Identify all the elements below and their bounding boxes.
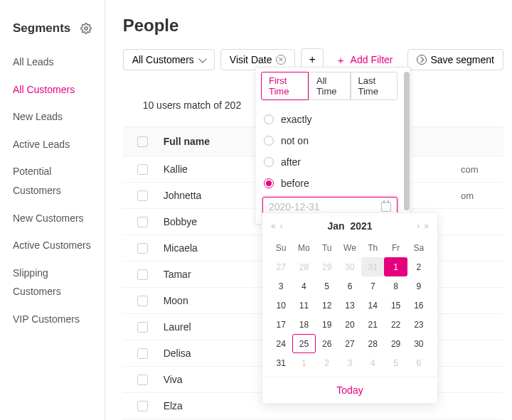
radio-icon <box>264 114 274 124</box>
calendar-day[interactable]: 30 <box>338 257 361 276</box>
calendar-day[interactable]: 8 <box>384 276 407 296</box>
sidebar-item-potential-customers[interactable]: Potential Customers <box>0 158 105 204</box>
row-checkbox[interactable] <box>137 375 148 385</box>
next-month-icon[interactable]: › <box>417 221 420 231</box>
calendar-day[interactable]: 3 <box>270 276 292 296</box>
sidebar-item-new-leads[interactable]: New Leads <box>0 103 105 131</box>
sidebar-item-slipping-customers[interactable]: Slipping Customers <box>0 259 105 306</box>
row-checkbox[interactable] <box>137 217 148 227</box>
date-placeholder: 2020-12-31 <box>269 201 320 212</box>
calendar-day[interactable]: 31 <box>361 257 384 276</box>
prev-month-icon[interactable]: ‹ <box>280 221 283 231</box>
cell-email-frag: om <box>461 190 503 201</box>
history-icon <box>417 55 427 65</box>
tab-last-time[interactable]: Last Time <box>351 72 398 100</box>
plus-icon: + <box>338 54 344 66</box>
calendar-title[interactable]: Jan 2021 <box>327 220 372 232</box>
calendar-day[interactable]: 15 <box>384 296 407 315</box>
dow-label: Fr <box>384 239 407 257</box>
calendar-day[interactable]: 26 <box>316 334 338 353</box>
row-checkbox[interactable] <box>137 243 148 254</box>
prev-year-icon[interactable]: « <box>271 221 276 231</box>
calendar-day[interactable]: 5 <box>384 353 407 372</box>
row-checkbox[interactable] <box>137 164 148 175</box>
calendar-day[interactable]: 10 <box>270 296 292 315</box>
row-checkbox[interactable] <box>137 190 148 201</box>
sidebar-item-new-customers[interactable]: New Customers <box>0 205 105 232</box>
gear-icon[interactable] <box>80 23 92 34</box>
option-label: after <box>281 156 301 168</box>
close-icon[interactable]: ✕ <box>276 55 286 65</box>
radio-icon <box>264 157 274 167</box>
scrollbar-thumb[interactable] <box>404 72 410 210</box>
calendar-day[interactable]: 29 <box>316 257 338 276</box>
calendar-day[interactable]: 25 <box>292 334 315 353</box>
add-filter-label: Add Filter <box>351 54 393 65</box>
calendar-day[interactable]: 4 <box>361 353 384 372</box>
cell-email-frag: com <box>461 164 503 175</box>
segment-chip[interactable]: All Customers <box>123 49 215 70</box>
tab-first-time[interactable]: First Time <box>261 72 309 100</box>
calendar-day[interactable]: 30 <box>407 334 430 353</box>
calendar-day[interactable]: 28 <box>361 334 384 353</box>
calendar-day[interactable]: 17 <box>270 315 292 334</box>
calendar-day[interactable]: 1 <box>292 353 315 372</box>
sidebar-item-all-customers[interactable]: All Customers <box>0 76 105 104</box>
row-checkbox[interactable] <box>137 348 148 359</box>
calendar-day[interactable]: 16 <box>407 296 430 315</box>
option-before[interactable]: before <box>264 173 402 194</box>
calendar-day[interactable]: 3 <box>338 353 361 372</box>
calendar-day[interactable]: 22 <box>384 315 407 334</box>
calendar-day[interactable]: 5 <box>316 276 338 296</box>
save-segment-label: Save segment <box>431 54 495 65</box>
calendar-day[interactable]: 28 <box>292 257 315 276</box>
svg-point-0 <box>85 27 87 30</box>
calendar-day[interactable]: 19 <box>316 315 338 334</box>
today-link[interactable]: Today <box>262 377 437 403</box>
calendar-day[interactable]: 1 <box>384 257 407 276</box>
calendar-day[interactable]: 2 <box>407 257 430 276</box>
calendar-day[interactable]: 6 <box>338 276 361 296</box>
calendar-day[interactable]: 2 <box>316 353 338 372</box>
dow-label: Tu <box>316 239 338 257</box>
row-checkbox[interactable] <box>137 322 148 333</box>
save-segment-button[interactable]: Save segment <box>407 49 504 70</box>
calendar-day[interactable]: 4 <box>292 276 315 296</box>
chevron-down-icon <box>198 55 206 63</box>
row-checkbox[interactable] <box>137 401 148 411</box>
calendar-day[interactable]: 14 <box>361 296 384 315</box>
option-not-on[interactable]: not on <box>264 130 402 151</box>
calendar-day[interactable]: 31 <box>270 353 292 372</box>
calendar-day[interactable]: 13 <box>338 296 361 315</box>
calendar-day[interactable]: 23 <box>407 315 430 334</box>
sidebar-item-all-leads[interactable]: All Leads <box>0 48 105 76</box>
calendar-day[interactable]: 11 <box>292 296 315 315</box>
row-checkbox[interactable] <box>137 269 148 280</box>
sidebar-item-active-customers[interactable]: Active Customers <box>0 232 105 259</box>
page-title: People <box>123 16 503 36</box>
comparator-options: exactlynot onafterbefore <box>261 109 405 194</box>
calendar-day[interactable]: 29 <box>384 334 407 353</box>
dow-label: We <box>338 239 361 257</box>
row-checkbox[interactable] <box>137 296 148 306</box>
calendar-day[interactable]: 6 <box>407 353 430 372</box>
sidebar-item-active-leads[interactable]: Active Leads <box>0 131 105 158</box>
option-exactly[interactable]: exactly <box>264 109 402 130</box>
calendar-day[interactable]: 18 <box>292 315 315 334</box>
tab-all-time[interactable]: All Time <box>309 72 350 100</box>
calendar-day[interactable]: 20 <box>338 315 361 334</box>
filter-popover: First TimeAll TimeLast Time exactlynot o… <box>255 67 411 225</box>
option-after[interactable]: after <box>264 151 402 173</box>
next-year-icon[interactable]: » <box>424 221 429 231</box>
dow-label: Mo <box>292 239 315 257</box>
calendar-day[interactable]: 24 <box>270 334 292 353</box>
sidebar-item-vip-customers[interactable]: VIP Customers <box>0 306 105 333</box>
calendar-day[interactable]: 7 <box>361 276 384 296</box>
calendar-day[interactable]: 21 <box>361 315 384 334</box>
calendar-day[interactable]: 12 <box>316 296 338 315</box>
calendar-day[interactable]: 27 <box>270 257 292 276</box>
select-all-checkbox[interactable] <box>137 136 148 147</box>
calendar-day[interactable]: 9 <box>407 276 430 296</box>
calendar-day[interactable]: 27 <box>338 334 361 353</box>
sidebar-title: Segments <box>13 21 70 36</box>
